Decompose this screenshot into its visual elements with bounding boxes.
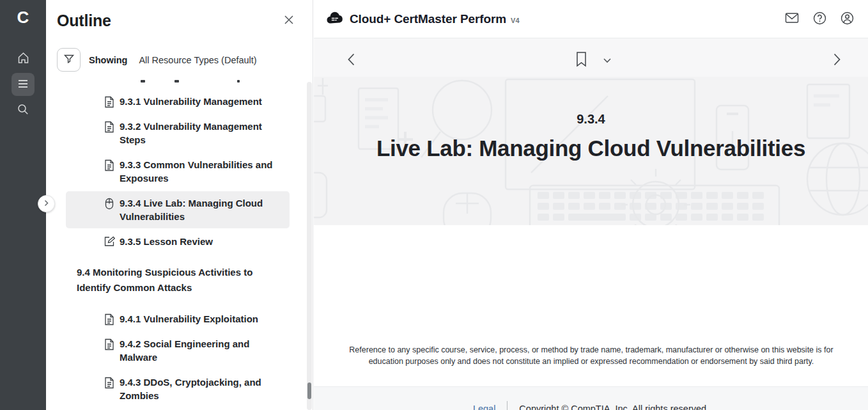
document-icon: [104, 159, 115, 171]
filter-value[interactable]: All Resource Types (Default): [139, 55, 256, 65]
collapse-outline-button[interactable]: [38, 195, 55, 212]
showing-label: Showing: [89, 55, 127, 65]
comptia-logo[interactable]: C: [17, 9, 29, 26]
product-brand: Cloud+ CertMaster Perform V4: [326, 11, 520, 28]
outline-section-header[interactable]: 9.4 Monitoring Suspicious Activities to …: [66, 260, 290, 301]
filter-row: Showing All Resource Types (Default): [57, 48, 313, 72]
chevron-right-icon: [833, 52, 841, 68]
outline-menu-button[interactable]: [12, 73, 35, 96]
outline-scrollbar[interactable]: [307, 82, 312, 410]
disclaimer-text: Reference to any specific course, servic…: [345, 344, 837, 367]
scrolled-text-remnant: [237, 80, 240, 83]
outline-panel-title: Outline: [57, 12, 111, 30]
outline-list: 9.3.1 Vulnerability Management9.3.2 Vuln…: [46, 88, 313, 410]
bookmark-menu-button[interactable]: [600, 53, 614, 68]
document-icon: [104, 377, 115, 389]
hamburger-menu-icon: [17, 79, 29, 91]
header-actions: [784, 10, 855, 28]
document-icon: [104, 96, 115, 108]
home-button[interactable]: [12, 47, 35, 70]
edit-icon: [104, 236, 115, 247]
outline-item[interactable]: 9.3.5 Lesson Review: [66, 230, 290, 253]
main-content: Cloud+ CertMaster Perform V4: [314, 0, 868, 410]
content-footer: Legal Copyright © CompTIA, Inc. All righ…: [314, 386, 868, 410]
document-icon: [104, 338, 115, 351]
outline-item-label: 9.4.3 DDoS, Cryptojacking, and Zombies: [120, 375, 284, 402]
bookmark-icon: [575, 51, 587, 70]
lesson-banner: 9.3.4 Live Lab: Managing Cloud Vulnerabi…: [314, 77, 868, 225]
account-button[interactable]: [839, 10, 855, 28]
document-icon: [104, 121, 115, 133]
outline-item[interactable]: 9.3.2 Vulnerability Management Steps: [66, 114, 290, 152]
lesson-toolbar: [314, 38, 868, 77]
cloud-product-icon: [326, 11, 344, 28]
outline-scrollbar-thumb[interactable]: [307, 382, 311, 399]
app: C Outline: [0, 0, 868, 410]
outline-item[interactable]: 9.4.1 Vulnerability Exploitation: [66, 307, 290, 331]
close-outline-button[interactable]: [281, 12, 297, 30]
copyright-text: Copyright © CompTIA, Inc. All rights res…: [519, 404, 709, 410]
scrolled-text-remnant: [141, 80, 145, 83]
outline-item[interactable]: 9.3.4 Live Lab: Managing Cloud Vulnerabi…: [66, 191, 290, 228]
close-icon: [283, 18, 295, 28]
outline-item-label: 9.4.2 Social Engineering and Malware: [120, 337, 284, 364]
scrolled-text-remnant: [174, 80, 179, 83]
outline-item[interactable]: 9.3.3 Common Vulnerabilities and Exposur…: [66, 153, 290, 190]
legal-link[interactable]: Legal: [473, 404, 495, 410]
outline-item-label: 9.3.2 Vulnerability Management Steps: [120, 120, 284, 146]
mail-icon: [785, 12, 799, 26]
filter-button[interactable]: [57, 48, 81, 72]
lesson-number: 9.3.4: [314, 112, 868, 127]
outline-item[interactable]: 9.4.3 DDoS, Cryptojacking, and Zombies: [66, 370, 290, 407]
chevron-down-icon: [603, 56, 612, 65]
lesson-title: Live Lab: Managing Cloud Vulnerabilities: [314, 136, 868, 161]
outline-item-label: 9.3.3 Common Vulnerabilities and Exposur…: [120, 158, 284, 185]
outline-item[interactable]: 9.3.1 Vulnerability Management: [66, 90, 290, 113]
outline-item[interactable]: 9.4.2 Social Engineering and Malware: [66, 332, 290, 369]
footer-divider: [507, 401, 508, 410]
outline-item-label: 9.3.1 Vulnerability Management: [120, 95, 262, 108]
chevron-right-icon: [43, 199, 49, 209]
mouse-icon: [104, 198, 115, 210]
home-icon: [17, 51, 30, 67]
funnel-icon: [63, 53, 75, 67]
help-button[interactable]: [812, 10, 828, 28]
outline-item-label: 9.3.4 Live Lab: Managing Cloud Vulnerabi…: [120, 196, 284, 223]
chevron-left-icon: [347, 52, 355, 68]
document-icon: [104, 313, 115, 326]
next-page-button[interactable]: [830, 50, 844, 71]
bookmark-button[interactable]: [573, 49, 590, 72]
account-icon: [841, 12, 854, 27]
outline-item-label: 9.4 Monitoring Suspicious Activities to …: [77, 265, 284, 296]
content-header: Cloud+ CertMaster Perform V4: [314, 0, 868, 38]
help-icon: [813, 12, 826, 27]
search-icon: [17, 103, 29, 118]
search-button[interactable]: [12, 99, 35, 122]
outline-panel: Outline Showing All Resource Types (Defa…: [46, 0, 313, 410]
outline-item-label: 9.3.5 Lesson Review: [120, 235, 213, 248]
product-title: Cloud+ CertMaster Perform: [350, 12, 506, 26]
messages-button[interactable]: [784, 11, 800, 27]
outline-item-label: 9.4.1 Vulnerability Exploitation: [120, 312, 258, 326]
product-version: V4: [511, 17, 519, 24]
previous-page-button[interactable]: [345, 50, 358, 71]
